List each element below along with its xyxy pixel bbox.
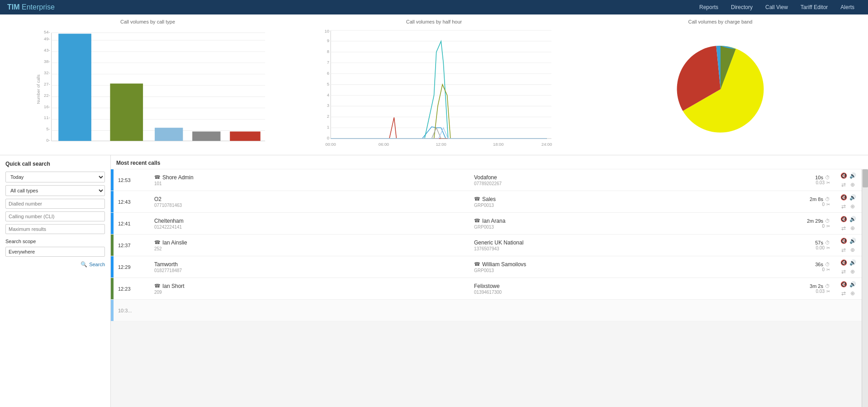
- pie-chart-svg: [669, 37, 773, 141]
- transfer-button[interactable]: ⇄: [840, 268, 848, 276]
- speaker-button[interactable]: 🔊: [849, 259, 857, 267]
- nav-call-view[interactable]: Call View: [759, 0, 794, 14]
- transfer-button[interactable]: ⇄: [840, 289, 848, 297]
- dialled-number-input[interactable]: [5, 199, 105, 209]
- search-panel-title: Quick call search: [5, 161, 105, 167]
- add-button[interactable]: ⊕: [849, 246, 857, 254]
- call-cost: 0.03 ✂: [816, 180, 830, 185]
- bar-chart-title: Call volumes by call type: [120, 19, 175, 24]
- clock-icon: ⏱: [825, 218, 830, 224]
- max-results-input[interactable]: [5, 224, 105, 234]
- add-button[interactable]: ⊕: [849, 202, 857, 211]
- bar-1: [58, 34, 91, 141]
- calls-panel: Most recent calls 12:53 ☎ Shore Admin 10…: [111, 155, 868, 407]
- clock-icon: ⏱: [825, 262, 830, 267]
- play-audio-button[interactable]: 🔇: [840, 237, 848, 245]
- scissors-icon: ✂: [826, 224, 830, 229]
- call-cost: 0 ✂: [822, 202, 830, 207]
- svg-text:2: 2: [327, 114, 329, 119]
- cli-input[interactable]: [5, 211, 105, 221]
- table-row: 12:41 Cheltenham 01242224141 ☎ Ian Arana: [111, 213, 862, 235]
- play-audio-button[interactable]: 🔇: [840, 215, 848, 223]
- call-from: Tamworth 01827718487: [150, 256, 470, 278]
- svg-text:6: 6: [327, 71, 329, 76]
- speaker-button[interactable]: 🔊: [849, 193, 857, 201]
- call-from-ext: 01827718487: [154, 268, 465, 273]
- bar-3: [155, 128, 183, 141]
- clock-icon: ⏱: [825, 175, 830, 180]
- call-from: O2 07710781463: [150, 191, 470, 212]
- call-actions: 🔇 🔊 ⇄ ⊕: [835, 235, 862, 256]
- add-button[interactable]: ⊕: [849, 289, 857, 297]
- transfer-button[interactable]: ⇄: [840, 181, 848, 189]
- nav-reports[interactable]: Reports: [693, 0, 725, 14]
- call-type-select[interactable]: All call types Inbound Outbound Internal: [5, 185, 105, 196]
- svg-text:0-: 0-: [46, 138, 50, 143]
- transfer-button[interactable]: ⇄: [840, 202, 848, 211]
- call-actions: 🔇 🔊 ⇄ ⊕: [835, 169, 862, 191]
- svg-text:11-: 11-: [44, 115, 50, 120]
- clock-icon: ⏱: [825, 240, 830, 245]
- svg-text:32-: 32-: [44, 71, 50, 75]
- call-time: 12:29: [114, 256, 150, 278]
- call-time: 12:53: [114, 169, 150, 191]
- line-chart-wrap: 0 1 2 3 4 5 6 7 8 9 10 00:00 06:00 12:00…: [295, 28, 573, 150]
- call-to-number: 01394617300: [474, 290, 785, 295]
- call-duration: 57s ⏱ 0.00 ✂: [789, 235, 835, 256]
- call-duration: 36s ⏱ 0 ✂: [789, 256, 835, 278]
- nav-tariff-editor[interactable]: Tariff Editor: [794, 0, 834, 14]
- call-cost: 0 ✂: [822, 267, 830, 272]
- call-to-name: ☎ Sales: [474, 196, 785, 202]
- play-audio-button[interactable]: 🔇: [840, 280, 848, 288]
- scrollbar[interactable]: [862, 169, 868, 407]
- search-panel: Quick call search Today Yesterday This w…: [0, 155, 111, 407]
- speaker-button[interactable]: 🔊: [849, 172, 857, 180]
- call-from: Cheltenham 01242224141: [150, 213, 470, 234]
- svg-text:24:00: 24:00: [541, 142, 552, 147]
- speaker-button[interactable]: 🔊: [849, 280, 857, 288]
- play-audio-button[interactable]: 🔇: [840, 193, 848, 201]
- svg-text:38-: 38-: [44, 59, 50, 64]
- play-audio-button[interactable]: 🔇: [840, 172, 848, 180]
- svg-text:0: 0: [327, 136, 329, 140]
- speaker-button[interactable]: 🔊: [849, 237, 857, 245]
- call-actions: 🔇 🔊 ⇄ ⊕: [835, 278, 862, 299]
- call-from-ext: 07710781463: [154, 203, 465, 208]
- pie-chart-wrap: [582, 28, 859, 150]
- call-cost: 0 ✂: [822, 224, 830, 229]
- svg-text:12:00: 12:00: [436, 142, 446, 147]
- call-duration-time: 3m 2s ⏱: [810, 283, 830, 289]
- search-button[interactable]: 🔍 Search: [81, 261, 105, 268]
- call-from-ext: 252: [154, 246, 465, 251]
- add-button[interactable]: ⊕: [849, 224, 857, 232]
- calls-list: 12:53 ☎ Shore Admin 101 Vodafone: [111, 169, 862, 407]
- play-audio-button[interactable]: 🔇: [840, 259, 848, 267]
- speaker-button[interactable]: 🔊: [849, 215, 857, 223]
- transfer-button[interactable]: ⇄: [840, 246, 848, 254]
- add-button[interactable]: ⊕: [849, 181, 857, 189]
- svg-text:10: 10: [325, 29, 329, 34]
- add-button[interactable]: ⊕: [849, 268, 857, 276]
- app-logo: TIM Enterprise: [7, 3, 693, 11]
- scrollbar-thumb[interactable]: [863, 169, 868, 187]
- call-to: ☎ Sales GRP0013: [470, 191, 789, 212]
- clock-icon: ⏱: [825, 196, 830, 202]
- call-from: ☎ Shore Admin 101: [150, 169, 470, 191]
- period-select[interactable]: Today Yesterday This week Last week This…: [5, 172, 105, 182]
- call-duration: 10s ⏱ 0.03 ✂: [789, 169, 835, 191]
- to-phone-icon: ☎: [474, 218, 480, 224]
- svg-text:06:00: 06:00: [379, 142, 389, 147]
- nav-directory[interactable]: Directory: [725, 0, 759, 14]
- call-to: Generic UK National 1376507943: [470, 235, 789, 256]
- call-to: ☎ Ian Arana GRP0013: [470, 213, 789, 234]
- line-chart-svg: 0 1 2 3 4 5 6 7 8 9 10 00:00 06:00 12:00…: [295, 28, 573, 150]
- transfer-button[interactable]: ⇄: [840, 224, 848, 232]
- main-nav: Reports Directory Call View Tariff Edito…: [693, 0, 861, 14]
- scissors-icon: ✂: [826, 245, 830, 250]
- call-time: 12:41: [114, 213, 150, 234]
- table-row: 10:3...: [111, 300, 862, 321]
- nav-alerts[interactable]: Alerts: [834, 0, 861, 14]
- scissors-icon: ✂: [826, 180, 830, 185]
- calls-panel-title: Most recent calls: [111, 155, 868, 169]
- search-scope-input[interactable]: [5, 247, 105, 257]
